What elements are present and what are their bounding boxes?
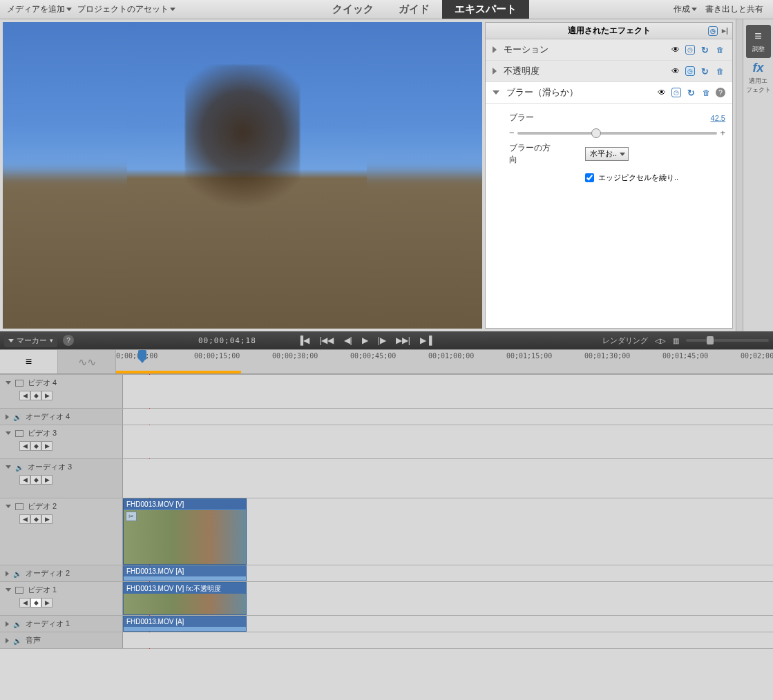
track-header-audio4[interactable]: オーディオ 4: [0, 409, 123, 425]
playhead-handle[interactable]: [138, 350, 146, 360]
effect-opacity-row[interactable]: 不透明度: [486, 61, 732, 82]
trash-icon[interactable]: [714, 44, 725, 55]
speaker-icon: [13, 636, 21, 645]
step-forward-button[interactable]: |▶: [378, 336, 386, 345]
track-header-audio2[interactable]: オーディオ 2: [0, 565, 123, 581]
expand-icon[interactable]: [6, 414, 9, 420]
reset-icon[interactable]: [685, 87, 696, 98]
panel-menu-icon[interactable]: ▸|: [722, 26, 728, 35]
blur-direction-select[interactable]: 水平お..: [585, 147, 629, 161]
collapse-icon[interactable]: [6, 588, 11, 592]
clip-thumbnails: [124, 510, 246, 564]
clip-thumbnails: [124, 594, 246, 614]
tab-guide[interactable]: ガイド: [386, 0, 442, 19]
track-header-video3[interactable]: ビデオ 3 ◀◆▶: [0, 425, 123, 458]
expand-icon[interactable]: [6, 638, 9, 643]
edge-pixels-checkbox[interactable]: [585, 173, 594, 182]
trash-icon[interactable]: [700, 87, 712, 98]
expand-icon[interactable]: [6, 571, 9, 576]
add-media-menu[interactable]: メディアを追加: [7, 3, 72, 15]
preview-monitor[interactable]: [3, 22, 482, 329]
track-header-audio1[interactable]: オーディオ 1: [0, 616, 123, 632]
timeline-view-tool[interactable]: ≡: [0, 350, 58, 373]
trash-icon[interactable]: [714, 66, 725, 77]
chevron-down-icon: [691, 8, 697, 11]
stopwatch-icon[interactable]: [671, 88, 681, 97]
tab-expert[interactable]: エキスパート: [442, 0, 529, 19]
keyframe-nav[interactable]: ◀◆▶: [19, 598, 117, 607]
slider-thumb[interactable]: [591, 128, 601, 138]
disclosure-triangle-icon[interactable]: [493, 46, 497, 53]
marker-dropdown[interactable]: マーカー ▾: [4, 334, 57, 347]
disclosure-triangle-icon[interactable]: [493, 68, 497, 75]
track-header-voice[interactable]: 音声: [0, 632, 123, 648]
keyframe-nav[interactable]: ◀◆▶: [19, 441, 117, 451]
create-menu[interactable]: 作成: [674, 3, 697, 15]
disclosure-triangle-icon[interactable]: [493, 90, 499, 95]
speaker-icon: [13, 620, 21, 628]
export-share-menu[interactable]: 書き出しと共有: [705, 3, 763, 15]
track-video1: ビデオ 1 ◀◆▶ FHD0013.MOV [V] fx:不透明度: [0, 582, 773, 616]
stopwatch-icon[interactable]: [685, 66, 695, 76]
eye-icon[interactable]: [670, 44, 681, 55]
step-back-button[interactable]: ◀|: [344, 336, 352, 345]
sidebar-applied-fx-button[interactable]: fx 適用エ フェクト: [746, 61, 771, 94]
stopwatch-icon[interactable]: [708, 26, 718, 36]
reset-icon[interactable]: [699, 44, 710, 55]
reset-icon[interactable]: [699, 66, 710, 77]
next-edit-button[interactable]: ▶▶|: [396, 336, 410, 345]
chevron-down-icon: [8, 339, 14, 342]
track-header-audio3[interactable]: オーディオ 3 ◀◆▶: [0, 459, 123, 498]
eye-icon[interactable]: [656, 87, 667, 98]
eye-icon[interactable]: [670, 66, 681, 77]
track-header-video4[interactable]: ビデオ 4 ◀◆▶: [0, 375, 123, 408]
track-header-video2[interactable]: ビデオ 2 ◀◆▶: [0, 498, 123, 565]
zoom-slider[interactable]: [686, 339, 769, 342]
collapse-icon[interactable]: [6, 381, 11, 385]
minus-icon: −: [509, 128, 515, 138]
keyframe-nav[interactable]: ◀◆▶: [19, 514, 117, 524]
keyframe-nav[interactable]: ◀◆▶: [19, 475, 117, 485]
effect-blur-row[interactable]: ブラー（滑らか）: [486, 82, 732, 104]
time-ruler[interactable]: 0;00;00;0000;00;15;0000;00;30;0000;00;45…: [116, 350, 773, 373]
work-area-bar[interactable]: [116, 371, 241, 373]
expand-icon[interactable]: [6, 621, 9, 627]
play-button[interactable]: ▶: [362, 336, 368, 345]
clip-audio2[interactable]: FHD0013.MOV [A]: [123, 565, 247, 581]
filmstrip-icon: [15, 380, 23, 387]
prev-edit-button[interactable]: |◀◀: [319, 336, 334, 345]
scissors-icon[interactable]: ✂: [126, 512, 137, 521]
fit-icon[interactable]: ◁▷: [655, 337, 666, 344]
render-button[interactable]: レンダリング: [602, 336, 648, 346]
collapse-icon[interactable]: [6, 505, 11, 508]
audio-view-tool[interactable]: ∿∿: [58, 350, 116, 373]
blur-slider[interactable]: − +: [509, 128, 725, 138]
goto-start-button[interactable]: ▐◀: [298, 336, 310, 345]
speaker-icon: [13, 570, 21, 578]
safe-margins-icon[interactable]: ▥: [673, 337, 679, 344]
effect-motion-row[interactable]: モーション: [486, 39, 732, 61]
help-icon[interactable]: [716, 88, 725, 97]
collapse-icon[interactable]: [6, 431, 11, 435]
current-timecode[interactable]: 00;00;04;18: [198, 336, 256, 345]
blur-value[interactable]: 42.5: [700, 114, 725, 122]
help-icon[interactable]: ?: [63, 335, 74, 346]
clip-audio1[interactable]: FHD0013.MOV [A]: [123, 616, 247, 632]
sliders-icon: ≡: [26, 356, 32, 368]
goto-end-button[interactable]: ▶▐: [420, 336, 432, 345]
collapse-icon[interactable]: [6, 465, 11, 469]
effects-scrollbar[interactable]: [736, 19, 743, 331]
track-header-video1[interactable]: ビデオ 1 ◀◆▶: [0, 582, 123, 615]
keyframe-nav[interactable]: ◀◆▶: [19, 391, 117, 400]
stopwatch-icon[interactable]: [685, 45, 695, 55]
tab-quick[interactable]: クイック: [320, 0, 386, 19]
speaker-icon: [15, 463, 23, 471]
clip-video1[interactable]: FHD0013.MOV [V] fx:不透明度: [123, 582, 247, 615]
applied-effects-panel: 適用されたエフェクト ▸| モーション 不透明度: [485, 22, 733, 329]
project-assets-menu[interactable]: プロジェクトのアセット: [77, 3, 175, 15]
zoom-thumb[interactable]: [707, 336, 714, 344]
sidebar-adjust-button[interactable]: ≡ 調整: [746, 25, 771, 58]
slider-track[interactable]: [517, 132, 718, 135]
param-label: ブラー: [509, 112, 557, 124]
clip-video2[interactable]: FHD0013.MOV [V] ✂: [123, 498, 247, 565]
